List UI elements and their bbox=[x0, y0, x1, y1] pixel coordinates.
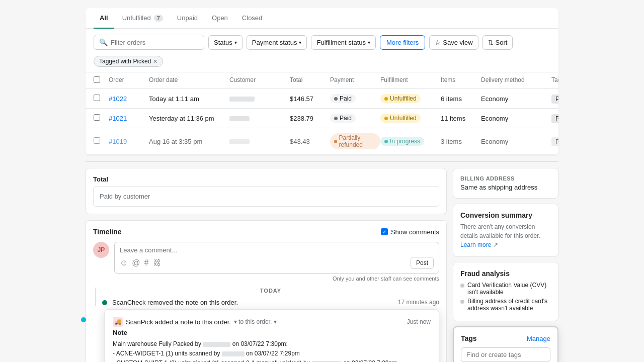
order-delivery: Economy bbox=[481, 138, 551, 145]
header-delivery: Delivery method bbox=[481, 76, 551, 84]
attachment-icon[interactable]: ⛓ bbox=[153, 258, 161, 267]
tab-open-label: Open bbox=[212, 14, 228, 22]
order-delivery: Economy bbox=[481, 95, 551, 103]
timeline-header: Timeline ✓ Show comments bbox=[93, 228, 439, 236]
tags-search-input[interactable] bbox=[461, 347, 550, 362]
status-filter-label: Status bbox=[214, 39, 232, 46]
search-input[interactable] bbox=[111, 39, 199, 46]
comment-wrapper: ☺ @ # ⛓ Post bbox=[114, 242, 439, 274]
tab-unpaid-label: Unpaid bbox=[177, 14, 198, 22]
remove-tag-button[interactable]: × bbox=[153, 58, 157, 65]
highlighted-author: ScanPick added a note to this order. bbox=[126, 318, 231, 326]
mention-icon[interactable]: @ bbox=[132, 258, 140, 267]
show-comments-checkbox[interactable]: ✓ bbox=[381, 228, 388, 235]
save-view-button[interactable]: ☆ Save view bbox=[429, 35, 478, 50]
header-order: Order bbox=[109, 76, 149, 84]
order-customer bbox=[229, 95, 290, 103]
filters-bar: 🔍 Status ▾ Payment status ▾ Fulfillment … bbox=[86, 29, 558, 56]
fulfillment-status-filter-button[interactable]: Fulfillment status ▾ bbox=[311, 35, 376, 50]
search-box[interactable]: 🔍 bbox=[94, 35, 204, 50]
order-date: Yesterday at 11:36 pm bbox=[149, 115, 229, 122]
emoji-icon[interactable]: ☺ bbox=[120, 258, 128, 267]
order-payment: Paid bbox=[330, 114, 380, 123]
scanpick-app-icon: 🚚 bbox=[113, 317, 123, 327]
billing-title: BILLING ADDRESS bbox=[460, 175, 551, 182]
comment-input[interactable] bbox=[120, 246, 434, 254]
show-comments-toggle[interactable]: ✓ Show comments bbox=[381, 228, 439, 236]
more-filters-button[interactable]: More filters bbox=[380, 35, 425, 50]
timeline-entries: TODAY ScanCheck removed the note on this… bbox=[93, 288, 439, 306]
tag-icon[interactable]: # bbox=[144, 258, 149, 267]
header-total: Total bbox=[290, 76, 330, 84]
tags-panel: Tags Manage Packed by × Picked × bbox=[453, 326, 558, 362]
active-filters: Tagged with Picked × bbox=[86, 56, 558, 72]
timeline-entry-text: ScanCheck removed the note on this order… bbox=[112, 299, 393, 306]
note-content: Main warehouse Fully Packed by on 03/07/… bbox=[113, 339, 431, 362]
manage-tags-link[interactable]: Manage bbox=[527, 335, 550, 342]
user-avatar: JP bbox=[93, 242, 109, 258]
tab-unpaid[interactable]: Unpaid bbox=[171, 8, 204, 29]
header-customer: Customer bbox=[229, 76, 290, 84]
bottom-area: Total Paid by customer Timeline ✓ Show c… bbox=[86, 168, 558, 362]
order-customer bbox=[229, 138, 290, 145]
order-fulfillment: In progress bbox=[380, 137, 441, 146]
star-icon: ☆ bbox=[435, 39, 441, 46]
bottom-right-panel: BILLING ADDRESS Same as shipping address… bbox=[453, 168, 558, 362]
row-checkbox[interactable] bbox=[94, 137, 100, 144]
note-line-2: - ACNE-WIDGET-1 (1) units scanned by on … bbox=[113, 349, 431, 358]
tab-closed[interactable]: Closed bbox=[236, 8, 268, 29]
comment-toolbar: ☺ @ # ⛓ Post bbox=[120, 257, 434, 269]
tab-unfulfilled[interactable]: Unfulfilled 7 bbox=[116, 8, 169, 29]
order-date: Aug 16 at 3:35 pm bbox=[149, 138, 229, 145]
table-row[interactable]: #1019 Aug 16 at 3:35 pm $43.43 Partially… bbox=[86, 128, 558, 155]
tab-open[interactable]: Open bbox=[206, 8, 234, 29]
sort-button[interactable]: ⇅ Sort bbox=[482, 35, 513, 50]
timeline-title: Timeline bbox=[93, 228, 122, 236]
table-row[interactable]: #1022 Today at 1:11 am $146.57 Paid Unfu… bbox=[86, 89, 558, 109]
order-number: #1022 bbox=[109, 95, 149, 103]
order-items: 3 items bbox=[441, 138, 481, 145]
fraud-item-1: Card Verification Value (CVV) isn't avai… bbox=[460, 282, 551, 296]
row-checkbox[interactable] bbox=[94, 95, 100, 101]
search-icon: 🔍 bbox=[99, 38, 108, 46]
note-line-3: - CUSTOM-SHIRT-1 (2) units picked (*1 sc… bbox=[113, 358, 431, 362]
order-total: $146.57 bbox=[290, 95, 330, 103]
note-title: Note bbox=[113, 329, 431, 336]
order-payment: Partially refunded bbox=[330, 133, 380, 149]
chevron-down-icon: ▾ bbox=[368, 40, 370, 45]
highlighted-note-card: 🚚 ScanPick added a note to this order. ▾… bbox=[104, 309, 439, 362]
fraud-title: Fraud analysis bbox=[460, 269, 551, 278]
highlighted-entry-header: 🚚 ScanPick added a note to this order. ▾… bbox=[113, 317, 431, 327]
note-line-1: Main warehouse Fully Packed by on 03/07/… bbox=[113, 339, 431, 349]
tags-title: Tags bbox=[461, 334, 477, 342]
total-subtitle: Paid by customer bbox=[100, 193, 150, 200]
order-items: 6 items bbox=[441, 95, 481, 103]
payment-status-filter-button[interactable]: Payment status ▾ bbox=[247, 35, 307, 50]
header-checkbox[interactable] bbox=[94, 76, 109, 84]
order-payment: Paid bbox=[330, 94, 380, 103]
fulfillment-status-filter-label: Fulfillment status bbox=[316, 39, 366, 46]
learn-more-link[interactable]: Learn more bbox=[460, 241, 491, 248]
active-tag-label: Tagged with Picked bbox=[99, 58, 151, 65]
timeline-entry-time: 17 minutes ago bbox=[398, 299, 439, 306]
select-all-checkbox[interactable] bbox=[94, 76, 100, 83]
chevron-down-icon: ▾ bbox=[234, 40, 237, 45]
order-total: $238.79 bbox=[290, 115, 330, 122]
order-tag: Picked bbox=[551, 95, 558, 103]
tags-header: Tags Manage bbox=[461, 334, 550, 342]
fraud-text-2: Billing address of credit card's address… bbox=[467, 298, 551, 312]
conversion-title: Conversion summary bbox=[460, 211, 551, 219]
row-checkbox[interactable] bbox=[94, 114, 100, 121]
table-row[interactable]: #1021 Yesterday at 11:36 pm $238.79 Paid… bbox=[86, 109, 558, 128]
tab-all[interactable]: All bbox=[94, 8, 114, 29]
order-fulfillment: Unfulfilled bbox=[380, 94, 441, 103]
order-fulfillment: Unfulfilled bbox=[380, 114, 441, 123]
order-total: $43.43 bbox=[290, 138, 330, 145]
timeline-card: Timeline ✓ Show comments JP ☺ @ # bbox=[86, 220, 447, 362]
status-filter-button[interactable]: Status ▾ bbox=[208, 35, 243, 50]
sort-label: Sort bbox=[496, 39, 508, 46]
orders-tabs: All Unfulfilled 7 Unpaid Open Closed bbox=[86, 8, 558, 29]
total-title: Total bbox=[93, 175, 439, 183]
post-button[interactable]: Post bbox=[411, 257, 434, 269]
total-box: Paid by customer bbox=[93, 186, 439, 207]
